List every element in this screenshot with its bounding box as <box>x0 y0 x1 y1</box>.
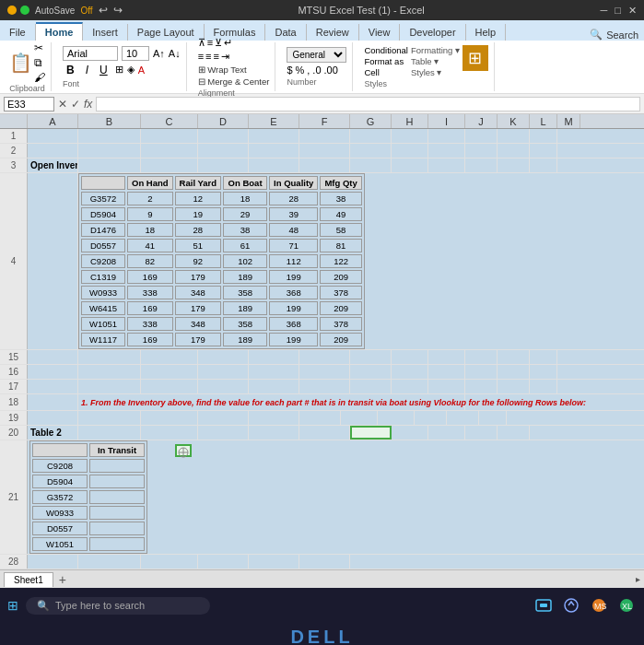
inv-cell[interactable]: D0557 <box>81 239 125 252</box>
inv-cell[interactable]: 358 <box>223 317 267 331</box>
taskbar-icon-3[interactable]: MS <box>589 595 609 616</box>
cell-j16[interactable] <box>465 365 498 379</box>
t2-part-cell[interactable]: W1051 <box>32 537 88 551</box>
cell-b3[interactable] <box>78 158 141 172</box>
indent-button[interactable]: ⇥ <box>221 51 229 63</box>
taskbar-icon-2[interactable] <box>561 595 581 616</box>
cell-c19[interactable] <box>141 411 198 425</box>
cell-b2[interactable] <box>78 144 141 158</box>
col-header-a[interactable]: A <box>28 114 78 128</box>
cell-e1[interactable] <box>249 129 299 143</box>
cell-d1[interactable] <box>198 129 249 143</box>
taskbar-icon-1[interactable] <box>533 595 554 616</box>
col-header-g[interactable]: G <box>350 114 392 128</box>
bold-button[interactable]: B <box>63 63 78 77</box>
t2-part-cell[interactable]: W0933 <box>32 506 88 520</box>
cell-h1[interactable] <box>392 129 428 143</box>
inv-cell[interactable]: 9 <box>127 207 173 221</box>
t2-transit-cell[interactable] <box>89 537 145 551</box>
cell-j2[interactable] <box>465 144 498 158</box>
t2-part-cell[interactable]: C9208 <box>32 459 88 473</box>
col-header-k[interactable]: K <box>498 114 530 128</box>
t2-transit-cell[interactable] <box>89 506 145 520</box>
cell-c3[interactable] <box>141 158 198 172</box>
cell-g1[interactable] <box>350 129 392 143</box>
cell-e17[interactable] <box>249 380 299 393</box>
inv-cell[interactable]: 49 <box>320 207 361 221</box>
inv-cell[interactable]: 179 <box>175 301 222 315</box>
cell-a18[interactable] <box>28 394 78 410</box>
inv-cell[interactable]: 51 <box>175 239 222 252</box>
cell-e20[interactable] <box>249 426 299 440</box>
align-top-button[interactable]: ⊼ <box>198 37 205 49</box>
inv-cell[interactable]: W1117 <box>81 333 125 346</box>
taskbar-icon-4[interactable]: XL <box>616 595 637 616</box>
cell-h15[interactable] <box>392 350 428 364</box>
cell-a4[interactable] <box>28 173 78 349</box>
cell-styles-button[interactable]: Cell <box>364 67 408 77</box>
font-name-input[interactable] <box>63 46 118 61</box>
cell-a17[interactable] <box>28 380 78 393</box>
inv-cell[interactable]: 71 <box>269 239 318 252</box>
col-header-i[interactable]: I <box>428 114 465 128</box>
cell-k17[interactable] <box>498 380 530 393</box>
col-header-b[interactable]: B <box>78 114 141 128</box>
inv-cell[interactable]: 41 <box>127 239 173 252</box>
cell-g16[interactable] <box>350 365 392 379</box>
cell-j19[interactable] <box>447 411 479 425</box>
inv-cell[interactable]: 19 <box>175 207 222 221</box>
comma-button[interactable]: , <box>307 64 310 76</box>
number-format-select[interactable]: General Number Currency <box>287 47 346 63</box>
tab-home[interactable]: Home <box>36 22 84 41</box>
inv-cell[interactable]: 102 <box>223 254 267 268</box>
inv-cell[interactable]: 169 <box>127 270 173 284</box>
inv-cell[interactable]: 92 <box>175 254 222 268</box>
close-button[interactable]: ✕ <box>628 5 637 17</box>
col-header-e[interactable]: E <box>249 114 299 128</box>
cell-f28[interactable] <box>299 555 350 569</box>
col-header-m[interactable]: M <box>557 114 580 128</box>
cell-a16[interactable] <box>28 365 78 379</box>
fill-color-button[interactable]: ◈ <box>127 64 135 76</box>
sheet-tab-sheet1[interactable]: Sheet1 <box>4 572 53 587</box>
add-sheet-button[interactable]: + <box>55 572 70 587</box>
cell-h2[interactable] <box>392 144 428 158</box>
inv-cell[interactable]: 368 <box>269 286 318 299</box>
inv-cell[interactable]: 199 <box>269 301 318 315</box>
formula-cancel-icon[interactable]: ✕ <box>58 98 67 111</box>
cell-b17[interactable] <box>78 380 141 393</box>
cell-l1[interactable] <box>530 129 557 143</box>
inv-cell[interactable]: D5904 <box>81 207 125 221</box>
cell-reference-input[interactable] <box>4 97 54 111</box>
cell-d17[interactable] <box>198 380 249 393</box>
inv-cell[interactable]: 338 <box>127 317 173 331</box>
inv-cell[interactable]: D1476 <box>81 223 125 237</box>
wrap-icon[interactable]: ↵ <box>224 37 232 49</box>
cell-i20[interactable] <box>428 426 465 440</box>
cell-b1[interactable] <box>78 129 141 143</box>
inv-cell[interactable]: W6415 <box>81 301 125 315</box>
formula-fx-label[interactable]: fx <box>84 98 92 111</box>
percent-button[interactable]: % <box>296 64 305 76</box>
inv-cell[interactable]: 189 <box>223 333 267 346</box>
t2-transit-cell[interactable] <box>89 490 145 504</box>
inv-cell[interactable]: 338 <box>127 286 173 299</box>
merge-center-button[interactable]: ⊟ Merge & Center <box>198 76 270 87</box>
t2-part-cell[interactable]: D5904 <box>32 475 88 488</box>
decrease-font-icon[interactable]: A↓ <box>169 48 181 59</box>
cell-f16[interactable] <box>299 365 350 379</box>
increase-decimal-button[interactable]: .00 <box>324 64 338 76</box>
cell-a2[interactable] <box>28 144 78 158</box>
cell-f19[interactable] <box>299 411 341 425</box>
align-right-button[interactable]: ≡ <box>214 51 219 63</box>
cell-f15[interactable] <box>299 350 350 364</box>
cursor-cell[interactable] <box>175 444 192 457</box>
inv-cell[interactable]: 81 <box>320 239 361 252</box>
cell-d20[interactable] <box>198 426 249 440</box>
t2-transit-cell[interactable] <box>89 522 145 535</box>
copy-icon[interactable]: ⧉ <box>34 56 45 69</box>
tab-file[interactable]: File <box>0 24 36 41</box>
cell-e28[interactable] <box>249 555 299 569</box>
cell-l17[interactable] <box>530 380 557 393</box>
inv-cell[interactable]: W1051 <box>81 317 125 331</box>
